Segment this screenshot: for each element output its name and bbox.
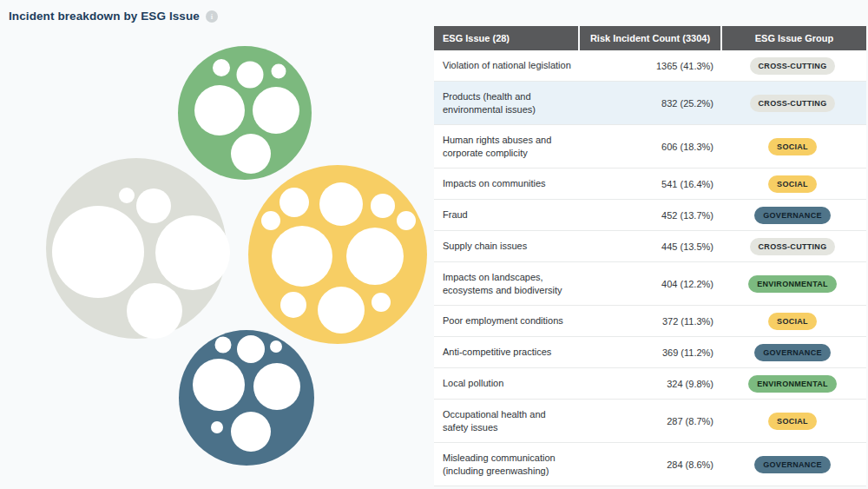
issue-cell: Poor employment conditions bbox=[434, 306, 578, 336]
issue-bubble[interactable] bbox=[272, 64, 286, 79]
group-cell: GOVERNANCE bbox=[719, 456, 866, 473]
count-cell: 832 (25.2%) bbox=[578, 98, 719, 109]
issue-bubble[interactable] bbox=[261, 211, 280, 230]
dashboard-panel: Incident breakdown by ESG Issue i ESG Is… bbox=[0, 0, 868, 489]
group-cell: GOVERNANCE bbox=[719, 207, 866, 224]
count-cell: 369 (11.2%) bbox=[578, 347, 719, 358]
issue-bubble[interactable] bbox=[193, 359, 245, 411]
group-cell: CROSS-CUTTING bbox=[719, 95, 866, 112]
issue-bubble[interactable] bbox=[231, 412, 271, 452]
group-cell: SOCIAL bbox=[719, 175, 866, 193]
issue-bubble[interactable] bbox=[237, 335, 265, 363]
column-header-esg-issue-group[interactable]: ESG Issue Group bbox=[722, 26, 866, 50]
issue-bubble[interactable] bbox=[52, 206, 144, 298]
issue-bubble[interactable] bbox=[371, 194, 395, 218]
table-row[interactable]: Supply chain issues 445 (13.5%) CROSS-CU… bbox=[434, 231, 866, 262]
issue-bubble[interactable] bbox=[231, 134, 271, 174]
table-header-row: ESG Issue (28) Risk Incident Count (3304… bbox=[434, 26, 866, 50]
group-cell: CROSS-CUTTING bbox=[719, 57, 866, 75]
table-row[interactable]: Poor employment conditions 372 (11.3%) S… bbox=[434, 306, 866, 337]
group-cell: SOCIAL bbox=[719, 138, 866, 155]
issue-cell: Products (health and environmental issue… bbox=[434, 82, 578, 124]
group-cell: SOCIAL bbox=[719, 413, 866, 430]
group-badge: GOVERNANCE bbox=[754, 456, 831, 473]
issue-bubble[interactable] bbox=[397, 211, 416, 230]
table-body: Violation of national legislation 1365 (… bbox=[434, 50, 866, 486]
group-badge: GOVERNANCE bbox=[754, 207, 831, 224]
count-cell: 372 (11.3%) bbox=[578, 316, 719, 327]
count-cell: 1365 (41.3%) bbox=[578, 61, 719, 71]
issue-bubble[interactable] bbox=[119, 188, 135, 203]
issue-bubble[interactable] bbox=[279, 188, 309, 217]
count-cell: 324 (9.8%) bbox=[578, 379, 719, 389]
issue-bubble[interactable] bbox=[270, 340, 282, 353]
group-badge: CROSS-CUTTING bbox=[750, 95, 836, 112]
issue-bubble[interactable] bbox=[237, 62, 264, 89]
group-badge: GOVERNANCE bbox=[754, 344, 831, 361]
issue-bubble[interactable] bbox=[215, 337, 232, 354]
group-badge: SOCIAL bbox=[768, 313, 817, 330]
issue-cell: Local pollution bbox=[434, 368, 578, 399]
table-row[interactable]: Fraud 452 (13.7%) GOVERNANCE bbox=[434, 200, 866, 231]
group-badge: ENVIRONMENTAL bbox=[748, 275, 837, 293]
table-row[interactable]: Misleading communication (including gree… bbox=[434, 443, 866, 486]
bubble-group-governance[interactable] bbox=[179, 330, 314, 466]
table-row[interactable]: Products (health and environmental issue… bbox=[434, 82, 866, 125]
issue-bubble[interactable] bbox=[253, 363, 300, 410]
count-cell: 287 (8.7%) bbox=[578, 416, 719, 426]
table-row[interactable]: Violation of national legislation 1365 (… bbox=[434, 50, 866, 82]
issue-cell: Human rights abuses and corporate compli… bbox=[434, 125, 578, 168]
count-cell: 404 (12.2%) bbox=[578, 279, 719, 289]
issue-bubble[interactable] bbox=[213, 59, 230, 76]
group-cell: ENVIRONMENTAL bbox=[719, 375, 866, 393]
issue-bubble[interactable] bbox=[253, 87, 299, 134]
esg-bubble-chart bbox=[0, 0, 434, 489]
issue-cell: Anti-competitive practices bbox=[434, 337, 578, 367]
group-badge: CROSS-CUTTING bbox=[750, 238, 836, 255]
issue-cell: Impacts on communities bbox=[434, 169, 578, 199]
issue-bubble[interactable] bbox=[127, 283, 182, 339]
bubble-group-social[interactable] bbox=[248, 165, 427, 344]
table-row[interactable]: Anti-competitive practices 369 (11.2%) G… bbox=[434, 337, 866, 368]
issue-bubble[interactable] bbox=[346, 228, 404, 285]
issue-bubble[interactable] bbox=[272, 226, 332, 287]
count-cell: 452 (13.7%) bbox=[578, 210, 719, 221]
issue-bubble[interactable] bbox=[280, 292, 306, 318]
issue-cell: Misleading communication (including gree… bbox=[434, 443, 578, 486]
group-badge: CROSS-CUTTING bbox=[750, 57, 836, 75]
count-cell: 284 (8.6%) bbox=[578, 459, 719, 470]
bubble-group-cross-cutting[interactable] bbox=[46, 158, 230, 339]
group-cell: GOVERNANCE bbox=[719, 344, 866, 361]
group-badge: SOCIAL bbox=[768, 175, 817, 193]
table-row[interactable]: Occupational health and safety issues 28… bbox=[434, 400, 866, 443]
issue-bubble[interactable] bbox=[318, 287, 365, 334]
bubble-group-environmental[interactable] bbox=[178, 46, 312, 180]
issue-bubble[interactable] bbox=[136, 188, 171, 223]
table-row[interactable]: Local pollution 324 (9.8%) ENVIRONMENTAL bbox=[434, 368, 866, 400]
column-header-esg-issue[interactable]: ESG Issue (28) bbox=[434, 26, 578, 50]
group-cell: ENVIRONMENTAL bbox=[719, 275, 866, 293]
issue-cell: Occupational health and safety issues bbox=[434, 400, 578, 442]
count-cell: 445 (13.5%) bbox=[578, 241, 719, 252]
group-cell: SOCIAL bbox=[719, 313, 866, 330]
table-row[interactable]: Human rights abuses and corporate compli… bbox=[434, 125, 866, 169]
column-header-risk-incident-count[interactable]: Risk Incident Count (3304) bbox=[580, 26, 720, 50]
issue-cell: Violation of national legislation bbox=[434, 50, 578, 81]
issue-cell: Impacts on landscapes, ecosystems and bi… bbox=[434, 262, 578, 305]
issue-bubble[interactable] bbox=[155, 215, 230, 290]
group-cell: CROSS-CUTTING bbox=[719, 238, 866, 255]
esg-issue-table: ESG Issue (28) Risk Incident Count (3304… bbox=[434, 26, 866, 486]
group-badge: SOCIAL bbox=[768, 138, 817, 155]
count-cell: 606 (18.3%) bbox=[578, 142, 719, 152]
issue-bubble[interactable] bbox=[372, 293, 391, 312]
issue-cell: Fraud bbox=[434, 200, 578, 230]
group-badge: SOCIAL bbox=[768, 413, 817, 430]
issue-bubble[interactable] bbox=[211, 421, 223, 433]
group-badge: ENVIRONMENTAL bbox=[748, 375, 837, 393]
issue-cell: Supply chain issues bbox=[434, 231, 578, 261]
table-row[interactable]: Impacts on communities 541 (16.4%) SOCIA… bbox=[434, 169, 866, 200]
count-cell: 541 (16.4%) bbox=[578, 179, 719, 189]
table-row[interactable]: Impacts on landscapes, ecosystems and bi… bbox=[434, 262, 866, 306]
issue-bubble[interactable] bbox=[319, 182, 363, 226]
issue-bubble[interactable] bbox=[194, 85, 245, 135]
